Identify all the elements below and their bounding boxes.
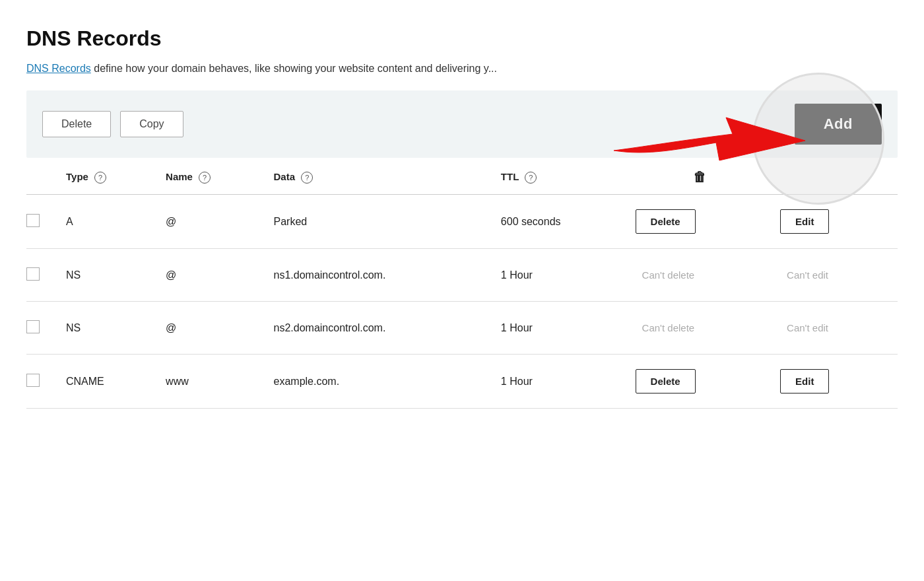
row-4-ttl: 1 Hour	[493, 355, 628, 409]
row-2-cant-edit: Can't edit	[780, 263, 835, 287]
col-header-checkbox	[26, 158, 58, 195]
dns-records-link[interactable]: DNS Records	[26, 63, 91, 74]
row-1-checkbox-cell	[26, 195, 58, 249]
row-1-checkbox[interactable]	[26, 214, 40, 227]
row-3-cant-delete: Can't delete	[636, 316, 702, 339]
row-3-checkbox-cell	[26, 302, 58, 355]
row-2-checkbox-cell	[26, 249, 58, 302]
row-1-type: A	[58, 195, 158, 249]
row-2-cant-delete: Can't delete	[636, 263, 702, 287]
row-4-data: example.com.	[266, 355, 493, 409]
row-2-edit-cell: Can't edit	[772, 249, 898, 302]
table-row: CNAMEwwwexample.com.1 HourDeleteEdit	[26, 355, 898, 409]
row-3-delete-cell: Can't delete	[628, 302, 773, 355]
row-4-type: CNAME	[58, 355, 158, 409]
col-header-type: Type ?	[58, 158, 158, 195]
row-2-name: @	[158, 249, 265, 302]
add-button[interactable]: Add	[795, 104, 882, 145]
data-help-icon[interactable]: ?	[301, 172, 313, 184]
row-3-ttl: 1 Hour	[493, 302, 628, 355]
row-4-name: www	[158, 355, 265, 409]
row-1-name: @	[158, 195, 265, 249]
row-1-edit-cell: Edit	[772, 195, 898, 249]
row-2-ttl: 1 Hour	[493, 249, 628, 302]
col-header-data: Data ?	[266, 158, 493, 195]
row-3-data: ns2.domaincontrol.com.	[266, 302, 493, 355]
row-4-delete-button[interactable]: Delete	[636, 369, 696, 393]
col-header-ttl: TTL ?	[493, 158, 628, 195]
toolbar-left: Delete Copy	[42, 111, 183, 137]
col-header-name: Name ?	[158, 158, 265, 195]
row-2-delete-cell: Can't delete	[628, 249, 773, 302]
row-4-edit-cell: Edit	[772, 355, 898, 409]
table-row: NS@ns1.domaincontrol.com.1 HourCan't del…	[26, 249, 898, 302]
row-1-delete-cell: Delete	[628, 195, 773, 249]
row-2-data: ns1.domaincontrol.com.	[266, 249, 493, 302]
row-1-delete-button[interactable]: Delete	[636, 209, 696, 234]
row-4-checkbox[interactable]	[26, 374, 40, 387]
trash-header-icon: 🗑	[693, 170, 706, 184]
row-1-data: Parked	[266, 195, 493, 249]
col-header-trash: 🗑	[628, 158, 773, 195]
row-2-checkbox[interactable]	[26, 267, 40, 281]
delete-button[interactable]: Delete	[42, 111, 111, 137]
row-4-edit-button[interactable]: Edit	[780, 369, 829, 393]
page-description: DNS Records define how your domain behav…	[26, 63, 898, 75]
row-2-type: NS	[58, 249, 158, 302]
toolbar: Delete Copy Add	[26, 90, 898, 158]
row-4-checkbox-cell	[26, 355, 58, 409]
copy-button[interactable]: Copy	[120, 111, 183, 137]
row-3-edit-cell: Can't edit	[772, 302, 898, 355]
row-3-checkbox[interactable]	[26, 320, 40, 333]
page-title: DNS Records	[26, 26, 898, 51]
ttl-help-icon[interactable]: ?	[525, 172, 537, 184]
name-help-icon[interactable]: ?	[199, 172, 211, 184]
table-row: NS@ns2.domaincontrol.com.1 HourCan't del…	[26, 302, 898, 355]
row-4-delete-cell: Delete	[628, 355, 773, 409]
col-header-edit	[772, 158, 898, 195]
row-3-type: NS	[58, 302, 158, 355]
row-3-name: @	[158, 302, 265, 355]
dns-records-table: Type ? Name ? Data ? TTL ? 🗑 A@Parked600…	[26, 158, 898, 409]
row-1-edit-button[interactable]: Edit	[780, 209, 829, 234]
table-row: A@Parked600 secondsDeleteEdit	[26, 195, 898, 249]
row-3-cant-edit: Can't edit	[780, 316, 835, 339]
row-1-ttl: 600 seconds	[493, 195, 628, 249]
type-help-icon[interactable]: ?	[94, 172, 106, 184]
